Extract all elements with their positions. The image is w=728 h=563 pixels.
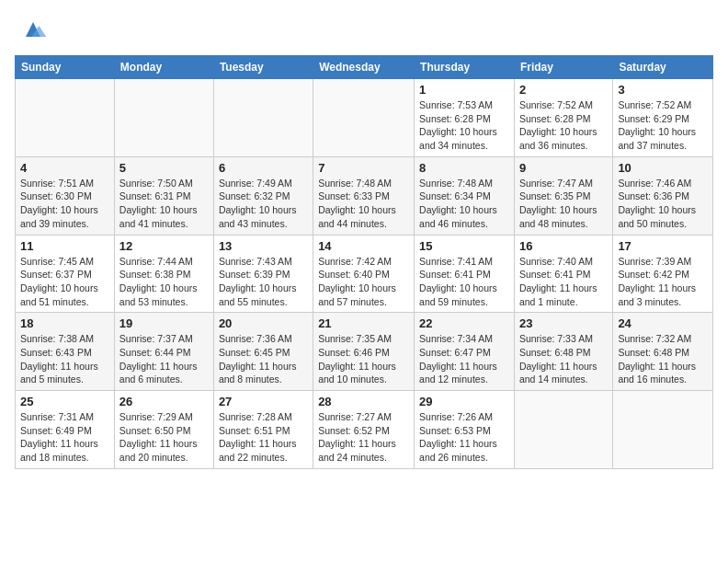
day-cell-21: 21Sunrise: 7:35 AM Sunset: 6:46 PM Dayli… bbox=[313, 313, 415, 391]
week-row-5: 25Sunrise: 7:31 AM Sunset: 6:49 PM Dayli… bbox=[16, 391, 713, 469]
day-info: Sunrise: 7:39 AM Sunset: 6:42 PM Dayligh… bbox=[618, 255, 708, 309]
day-number: 22 bbox=[419, 316, 509, 330]
day-number: 7 bbox=[318, 161, 409, 175]
day-info: Sunrise: 7:45 AM Sunset: 6:37 PM Dayligh… bbox=[20, 255, 109, 309]
day-cell-18: 18Sunrise: 7:38 AM Sunset: 6:43 PM Dayli… bbox=[16, 313, 115, 391]
day-cell-6: 6Sunrise: 7:49 AM Sunset: 6:32 PM Daylig… bbox=[213, 156, 313, 235]
day-info: Sunrise: 7:49 AM Sunset: 6:32 PM Dayligh… bbox=[219, 177, 308, 231]
header bbox=[15, 15, 713, 44]
day-cell-26: 26Sunrise: 7:29 AM Sunset: 6:50 PM Dayli… bbox=[114, 391, 213, 469]
weekday-header-sunday: Sunday bbox=[16, 56, 115, 79]
day-info: Sunrise: 7:32 AM Sunset: 6:48 PM Dayligh… bbox=[618, 332, 708, 386]
day-info: Sunrise: 7:44 AM Sunset: 6:38 PM Dayligh… bbox=[119, 255, 209, 309]
empty-cell bbox=[313, 79, 415, 157]
day-cell-8: 8Sunrise: 7:48 AM Sunset: 6:34 PM Daylig… bbox=[415, 156, 515, 235]
day-number: 13 bbox=[219, 239, 308, 253]
week-row-3: 11Sunrise: 7:45 AM Sunset: 6:37 PM Dayli… bbox=[16, 235, 713, 313]
day-cell-12: 12Sunrise: 7:44 AM Sunset: 6:38 PM Dayli… bbox=[114, 235, 213, 313]
day-cell-28: 28Sunrise: 7:27 AM Sunset: 6:52 PM Dayli… bbox=[313, 391, 415, 469]
day-number: 6 bbox=[219, 161, 308, 175]
day-cell-5: 5Sunrise: 7:50 AM Sunset: 6:31 PM Daylig… bbox=[114, 156, 213, 235]
day-cell-7: 7Sunrise: 7:48 AM Sunset: 6:33 PM Daylig… bbox=[313, 156, 415, 235]
day-number: 11 bbox=[20, 239, 109, 253]
logo bbox=[15, 15, 48, 44]
day-info: Sunrise: 7:52 AM Sunset: 6:28 PM Dayligh… bbox=[519, 98, 608, 153]
day-cell-25: 25Sunrise: 7:31 AM Sunset: 6:49 PM Dayli… bbox=[16, 391, 115, 469]
day-info: Sunrise: 7:35 AM Sunset: 6:46 PM Dayligh… bbox=[318, 332, 409, 386]
weekday-header-row: SundayMondayTuesdayWednesdayThursdayFrid… bbox=[16, 56, 713, 79]
day-info: Sunrise: 7:42 AM Sunset: 6:40 PM Dayligh… bbox=[318, 255, 409, 309]
day-info: Sunrise: 7:28 AM Sunset: 6:51 PM Dayligh… bbox=[219, 410, 308, 465]
day-info: Sunrise: 7:41 AM Sunset: 6:41 PM Dayligh… bbox=[419, 255, 509, 309]
day-number: 24 bbox=[618, 316, 708, 330]
day-number: 26 bbox=[119, 395, 209, 408]
day-info: Sunrise: 7:37 AM Sunset: 6:44 PM Dayligh… bbox=[119, 332, 209, 386]
day-number: 14 bbox=[318, 239, 409, 253]
day-number: 21 bbox=[318, 316, 409, 330]
day-cell-3: 3Sunrise: 7:52 AM Sunset: 6:29 PM Daylig… bbox=[613, 79, 713, 157]
day-info: Sunrise: 7:48 AM Sunset: 6:33 PM Dayligh… bbox=[318, 177, 409, 231]
day-cell-27: 27Sunrise: 7:28 AM Sunset: 6:51 PM Dayli… bbox=[213, 391, 313, 469]
day-cell-17: 17Sunrise: 7:39 AM Sunset: 6:42 PM Dayli… bbox=[613, 235, 713, 313]
day-info: Sunrise: 7:27 AM Sunset: 6:52 PM Dayligh… bbox=[318, 410, 409, 465]
day-cell-10: 10Sunrise: 7:46 AM Sunset: 6:36 PM Dayli… bbox=[613, 156, 713, 235]
day-number: 15 bbox=[419, 239, 509, 253]
day-cell-24: 24Sunrise: 7:32 AM Sunset: 6:48 PM Dayli… bbox=[613, 313, 713, 391]
day-info: Sunrise: 7:51 AM Sunset: 6:30 PM Dayligh… bbox=[20, 177, 109, 231]
day-info: Sunrise: 7:43 AM Sunset: 6:39 PM Dayligh… bbox=[219, 255, 308, 309]
day-number: 18 bbox=[20, 316, 109, 330]
day-info: Sunrise: 7:48 AM Sunset: 6:34 PM Dayligh… bbox=[419, 177, 509, 231]
day-cell-11: 11Sunrise: 7:45 AM Sunset: 6:37 PM Dayli… bbox=[16, 235, 115, 313]
day-cell-15: 15Sunrise: 7:41 AM Sunset: 6:41 PM Dayli… bbox=[415, 235, 515, 313]
day-info: Sunrise: 7:31 AM Sunset: 6:49 PM Dayligh… bbox=[20, 410, 109, 465]
day-info: Sunrise: 7:34 AM Sunset: 6:47 PM Dayligh… bbox=[419, 332, 509, 386]
day-cell-4: 4Sunrise: 7:51 AM Sunset: 6:30 PM Daylig… bbox=[16, 156, 115, 235]
day-cell-1: 1Sunrise: 7:53 AM Sunset: 6:28 PM Daylig… bbox=[415, 79, 515, 157]
day-number: 16 bbox=[519, 239, 608, 253]
calendar-table: SundayMondayTuesdayWednesdayThursdayFrid… bbox=[15, 55, 713, 469]
day-cell-9: 9Sunrise: 7:47 AM Sunset: 6:35 PM Daylig… bbox=[514, 156, 612, 235]
weekday-header-thursday: Thursday bbox=[415, 56, 515, 79]
day-number: 1 bbox=[419, 83, 509, 97]
day-cell-19: 19Sunrise: 7:37 AM Sunset: 6:44 PM Dayli… bbox=[114, 313, 213, 391]
day-number: 2 bbox=[519, 83, 608, 97]
day-info: Sunrise: 7:26 AM Sunset: 6:53 PM Dayligh… bbox=[419, 410, 509, 465]
empty-cell bbox=[213, 79, 313, 157]
empty-cell bbox=[613, 391, 713, 469]
day-number: 5 bbox=[119, 161, 209, 175]
day-info: Sunrise: 7:36 AM Sunset: 6:45 PM Dayligh… bbox=[219, 332, 308, 386]
day-number: 29 bbox=[419, 395, 509, 408]
empty-cell bbox=[514, 391, 612, 469]
weekday-header-friday: Friday bbox=[514, 56, 612, 79]
day-cell-29: 29Sunrise: 7:26 AM Sunset: 6:53 PM Dayli… bbox=[415, 391, 515, 469]
day-number: 4 bbox=[20, 161, 109, 175]
weekday-header-monday: Monday bbox=[114, 56, 213, 79]
week-row-4: 18Sunrise: 7:38 AM Sunset: 6:43 PM Dayli… bbox=[16, 313, 713, 391]
empty-cell bbox=[16, 79, 115, 157]
day-info: Sunrise: 7:29 AM Sunset: 6:50 PM Dayligh… bbox=[119, 410, 209, 465]
day-number: 12 bbox=[119, 239, 209, 253]
day-info: Sunrise: 7:50 AM Sunset: 6:31 PM Dayligh… bbox=[119, 177, 209, 231]
day-number: 19 bbox=[119, 316, 209, 330]
day-info: Sunrise: 7:38 AM Sunset: 6:43 PM Dayligh… bbox=[20, 332, 109, 386]
day-info: Sunrise: 7:33 AM Sunset: 6:48 PM Dayligh… bbox=[519, 332, 608, 386]
day-cell-23: 23Sunrise: 7:33 AM Sunset: 6:48 PM Dayli… bbox=[514, 313, 612, 391]
day-number: 20 bbox=[219, 316, 308, 330]
day-info: Sunrise: 7:52 AM Sunset: 6:29 PM Dayligh… bbox=[618, 98, 708, 153]
day-cell-13: 13Sunrise: 7:43 AM Sunset: 6:39 PM Dayli… bbox=[213, 235, 313, 313]
day-number: 3 bbox=[618, 83, 708, 97]
day-number: 8 bbox=[419, 161, 509, 175]
day-number: 23 bbox=[519, 316, 608, 330]
logo-icon bbox=[18, 15, 48, 44]
weekday-header-saturday: Saturday bbox=[613, 56, 713, 79]
day-number: 28 bbox=[318, 395, 409, 408]
day-number: 17 bbox=[618, 239, 708, 253]
weekday-header-wednesday: Wednesday bbox=[313, 56, 415, 79]
day-number: 25 bbox=[20, 395, 109, 408]
day-number: 10 bbox=[618, 161, 708, 175]
day-info: Sunrise: 7:46 AM Sunset: 6:36 PM Dayligh… bbox=[618, 177, 708, 231]
week-row-2: 4Sunrise: 7:51 AM Sunset: 6:30 PM Daylig… bbox=[16, 156, 713, 235]
day-info: Sunrise: 7:47 AM Sunset: 6:35 PM Dayligh… bbox=[519, 177, 608, 231]
week-row-1: 1Sunrise: 7:53 AM Sunset: 6:28 PM Daylig… bbox=[16, 79, 713, 157]
day-info: Sunrise: 7:53 AM Sunset: 6:28 PM Dayligh… bbox=[419, 98, 509, 153]
